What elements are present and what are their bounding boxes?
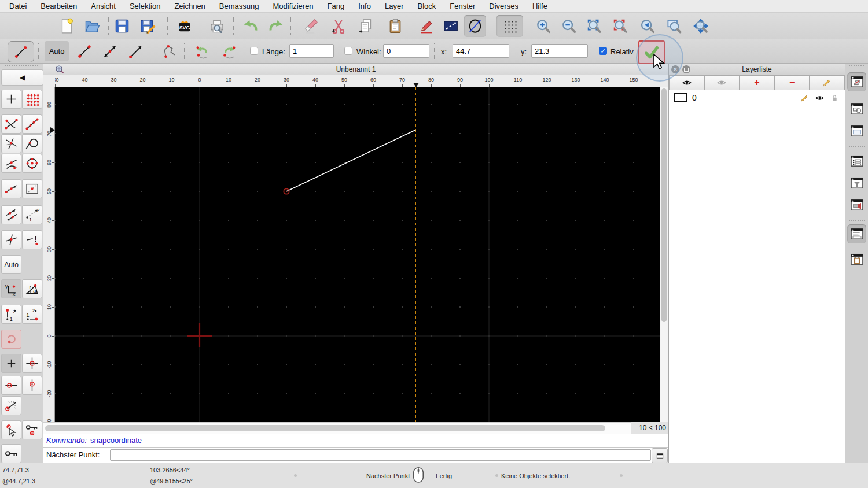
set-relative-zero-button[interactable] (22, 354, 42, 373)
dock-command-line-button[interactable] (847, 224, 866, 243)
menu-zeichnen[interactable]: Zeichnen (167, 2, 212, 10)
lock-relative-zero-y-button[interactable] (22, 376, 42, 395)
line-two-points-button[interactable] (72, 41, 97, 61)
lock-snap-button[interactable] (22, 420, 42, 439)
relative-zero-button[interactable] (1, 354, 21, 373)
menu-bearbeiten[interactable]: Bearbeiten (34, 2, 84, 10)
layer-color-swatch[interactable] (674, 93, 687, 102)
print-preview-button[interactable] (206, 15, 228, 37)
sidebar-handle[interactable] (5, 65, 38, 68)
lock-all-button[interactable] (1, 444, 21, 463)
menu-datei[interactable]: Datei (2, 2, 34, 10)
restrict-nothing-button[interactable]: ! (22, 230, 42, 249)
zoom-window-button[interactable] (663, 15, 685, 37)
remove-layer-button[interactable]: − (775, 75, 810, 90)
show-all-layers-button[interactable] (669, 75, 705, 90)
angle-gauge-button[interactable] (1, 396, 21, 415)
zoom-auto-button[interactable] (583, 15, 605, 37)
export-svg-button[interactable]: SVG (174, 15, 196, 37)
undo-button[interactable] (240, 15, 262, 37)
restrict-parallel-button[interactable] (1, 205, 21, 224)
coordinates-polar-button[interactable]: ra (22, 279, 42, 298)
drawn-line[interactable] (286, 130, 416, 192)
snap-center-button[interactable] (22, 154, 42, 173)
layer-row[interactable]: 0 (669, 90, 845, 105)
edit-layer-button[interactable] (810, 75, 845, 90)
layer-visibility-eye-icon[interactable] (815, 93, 825, 103)
snap-tangent-button[interactable] (22, 134, 42, 153)
dock-handle[interactable] (849, 65, 864, 68)
command-input[interactable] (110, 449, 651, 461)
menu-info[interactable]: Info (351, 2, 378, 10)
save-button[interactable] (111, 15, 133, 37)
vertical-scrollbar[interactable] (660, 87, 668, 422)
winkel-input[interactable] (383, 44, 429, 58)
dock-filter-button[interactable] (847, 173, 866, 193)
line-one-direction-button[interactable] (124, 41, 148, 61)
snap-endpoints-button[interactable] (1, 114, 21, 134)
snap-auto-button[interactable]: Auto (1, 255, 21, 274)
dock-command-history-button[interactable] (847, 151, 866, 171)
hide-all-layers-button[interactable] (705, 75, 740, 90)
menu-layer[interactable]: Layer (378, 2, 411, 10)
toolbar-handle[interactable] (3, 43, 3, 60)
line-both-directions-button[interactable] (98, 41, 122, 61)
delete-eraser-button[interactable] (300, 15, 322, 37)
menu-bemassung[interactable]: Bemassung (212, 2, 266, 10)
laenge-input[interactable] (289, 44, 334, 58)
paste-button[interactable] (384, 15, 406, 37)
horizontal-scrollbar[interactable] (43, 422, 631, 434)
layer-edit-pencil-icon[interactable] (800, 93, 810, 103)
snap-on-entity-button[interactable] (22, 114, 42, 134)
redo-button[interactable] (265, 15, 287, 37)
menu-hilfe[interactable]: Hilfe (525, 2, 554, 10)
panel-undock-icon[interactable] (682, 65, 690, 73)
dock-named-views-button[interactable] (847, 195, 866, 215)
active-tool-line-indicator[interactable] (8, 41, 34, 62)
lock-relative-zero-x-button[interactable] (1, 376, 21, 395)
relativ-checkbox[interactable]: ✓ (599, 47, 607, 55)
winkel-checkbox[interactable] (344, 47, 352, 55)
dock-layer-list-button[interactable] (847, 72, 866, 91)
line-attributes-button[interactable] (440, 15, 462, 37)
menu-fenster[interactable]: Fenster (443, 2, 482, 10)
zoom-back-button[interactable] (637, 15, 659, 37)
drawing-canvas[interactable] (55, 87, 660, 422)
snap-loop-button[interactable] (1, 330, 21, 349)
zoom-in-button[interactable] (532, 15, 554, 37)
menu-ansicht[interactable]: Ansicht (84, 2, 123, 10)
menu-diverses[interactable]: Diverses (482, 2, 525, 10)
copy-button[interactable] (355, 15, 377, 37)
sidebar-collapse-button[interactable]: ◀ (1, 69, 43, 86)
layer-lock-icon[interactable] (830, 93, 840, 103)
dock-block-list-button[interactable] (847, 99, 866, 119)
open-file-button[interactable] (81, 15, 103, 37)
construction-mode-button[interactable] (464, 15, 486, 37)
x-input[interactable] (453, 44, 509, 58)
corner-point-2-1-button[interactable]: 12 (22, 305, 42, 324)
drawing-title-bar[interactable]: Unbenannt 1 (43, 64, 668, 75)
menu-modifizieren[interactable]: Modifizieren (266, 2, 321, 10)
horizontal-scrollbar-thumb[interactable] (45, 425, 605, 431)
dock-clipboard-button[interactable] (847, 250, 866, 269)
y-input[interactable] (531, 44, 588, 58)
snap-grid-button[interactable] (22, 90, 42, 109)
zoom-previous-button[interactable] (609, 15, 631, 37)
laenge-checkbox[interactable] (250, 47, 258, 55)
snap-intersection-button[interactable] (1, 134, 21, 153)
command-dock-button[interactable] (652, 448, 668, 463)
new-file-button[interactable] (56, 15, 78, 37)
coordinates-cartesian-button[interactable]: yx (1, 279, 21, 298)
redo-point-button[interactable] (217, 41, 241, 61)
menu-block[interactable]: Block (410, 2, 443, 10)
snap-priority-button[interactable]: 12 (22, 205, 42, 224)
zoom-out-button[interactable] (558, 15, 580, 37)
save-as-button[interactable] (137, 15, 159, 37)
attributes-pen-button[interactable] (415, 15, 437, 37)
dock-library-browser-button[interactable] (847, 121, 866, 141)
grid-toggle-button[interactable] (496, 15, 523, 37)
snap-free-button[interactable] (1, 90, 21, 109)
panel-close-icon[interactable]: ✕ (671, 65, 679, 73)
menu-selektion[interactable]: Selektion (123, 2, 167, 10)
snap-middle-button[interactable] (1, 154, 21, 173)
